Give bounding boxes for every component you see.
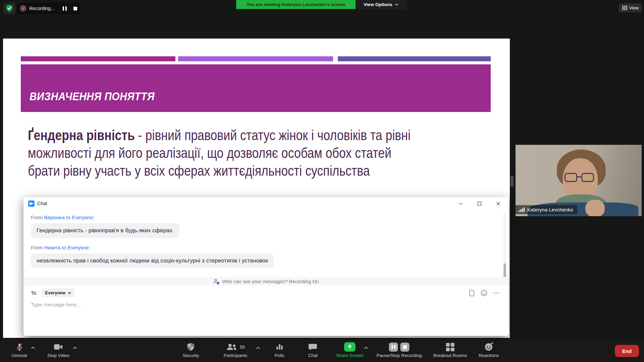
- message-bubble: незалежність прав і свобод кожної людини…: [31, 253, 274, 268]
- pause-recording-button[interactable]: [60, 3, 69, 14]
- record-dot-icon: [20, 5, 26, 11]
- stop-icon: [73, 7, 77, 10]
- chat-message: From Никита to Everyone: незалежність пр…: [31, 245, 274, 275]
- reactions-button[interactable]: + Reactions: [479, 342, 499, 358]
- viewing-banner: You are viewing Kateryna Levchenko's scr…: [236, 0, 356, 9]
- maximize-icon: [477, 201, 482, 206]
- more-options-icon[interactable]: [493, 290, 499, 296]
- sender-name: Вероніка: [44, 215, 65, 220]
- emoji-icon[interactable]: [481, 290, 487, 296]
- viewing-banner-text: You are viewing Kateryna Levchenko's scr…: [246, 2, 345, 7]
- breakout-rooms-icon: [446, 343, 454, 351]
- slide-title-box: ВИЗНАЧЕННЯ ПОНЯТТЯ: [21, 64, 491, 112]
- file-icon[interactable]: [469, 290, 475, 296]
- recording-indicator: Recording...: [17, 3, 59, 14]
- chat-titlebar: Chat: [23, 197, 509, 210]
- recording-label: Recording...: [29, 6, 54, 11]
- chat-bubble-icon: [309, 343, 317, 351]
- view-options-button[interactable]: View Options: [356, 0, 407, 9]
- participants-icon: [226, 343, 237, 351]
- reactions-icon: +: [485, 343, 492, 351]
- slide-term: Ґендерна рівність: [28, 127, 135, 143]
- polls-icon: [275, 343, 283, 351]
- participants-count: 55: [240, 345, 245, 350]
- view-button[interactable]: View: [619, 3, 642, 12]
- share-options-caret[interactable]: [364, 347, 368, 349]
- slide-accent-bar-indigo: [338, 56, 491, 61]
- chat-message-list: From Вероніка to Everyone: Гендерна рівн…: [31, 215, 274, 275]
- stop-video-button[interactable]: Stop Video: [47, 342, 69, 358]
- slide-accent-bar-magenta: [21, 56, 175, 61]
- chat-window-controls: [451, 197, 507, 210]
- zoom-camera-icon: [28, 200, 35, 207]
- glasses: [565, 173, 577, 182]
- to-label: To:: [31, 290, 37, 296]
- video-options-caret[interactable]: [73, 347, 77, 349]
- view-options-label: View Options: [364, 2, 392, 7]
- participants-options-caret[interactable]: [256, 347, 260, 349]
- recipient-selector[interactable]: Everyone: [42, 288, 74, 297]
- security-button[interactable]: Security: [183, 342, 199, 358]
- panel-resize-handle[interactable]: [511, 176, 513, 186]
- breakout-rooms-button[interactable]: Breakout Rooms: [433, 342, 467, 358]
- slide-accent-bar-purple: [178, 56, 333, 61]
- stop-recording-button[interactable]: [70, 3, 80, 14]
- stop-recording-icon: [400, 343, 410, 352]
- pause-icon: [63, 6, 67, 11]
- recording-controls: Recording...: [17, 3, 80, 14]
- participant-video[interactable]: Kateryna Levchenko: [516, 145, 642, 216]
- slide-title: ВИЗНАЧЕННЯ ПОНЯТТЯ: [30, 90, 155, 103]
- connection-signal-icon: [519, 207, 525, 212]
- view-button-label: View: [629, 5, 639, 10]
- video-camera-icon: [53, 343, 63, 351]
- person-shield-icon: [213, 279, 220, 285]
- participant-name-tag: Kateryna Levchenko: [516, 205, 577, 214]
- privacy-notice-text: Who can see your messages? Recording On: [222, 279, 319, 284]
- share-screen-icon: [344, 342, 356, 352]
- chat-button[interactable]: Chat: [308, 342, 318, 358]
- privacy-notice-bar: Who can see your messages? Recording On: [23, 277, 509, 286]
- unmute-options-caret[interactable]: [31, 347, 35, 349]
- message-header: From Вероніка to Everyone:: [31, 215, 274, 220]
- chat-window-title: Chat: [37, 201, 47, 206]
- sender-name: Никита: [44, 245, 60, 250]
- pause-recording-icon: [389, 343, 398, 352]
- shield-check-icon: [6, 4, 13, 12]
- maximize-button[interactable]: [470, 197, 489, 210]
- security-shield-icon: [187, 343, 195, 351]
- chevron-down-icon: [68, 292, 71, 294]
- pause-stop-recording-button[interactable]: Pause/Stop Recording: [376, 342, 422, 358]
- participant-name: Kateryna Levchenko: [527, 207, 573, 213]
- chat-window: Chat From Вероніка to Everyone: Гендерна…: [23, 197, 509, 336]
- participants-button[interactable]: 55 Participants: [224, 342, 248, 358]
- chat-scrollbar-track[interactable]: [503, 213, 506, 281]
- microphone-muted-icon: [15, 343, 24, 351]
- minimize-icon: [459, 201, 463, 206]
- chat-message-input[interactable]: Type message here...: [31, 302, 165, 308]
- meeting-security-shield: [3, 2, 15, 14]
- grid-view-icon: [622, 6, 627, 10]
- recipient-selected-label: Everyone: [45, 290, 65, 295]
- share-screen-button[interactable]: Share Screen: [336, 342, 364, 358]
- minimize-button[interactable]: [451, 197, 470, 210]
- close-icon: [496, 201, 500, 206]
- chat-message: From Вероніка to Everyone: Гендерна рівн…: [31, 215, 274, 245]
- close-button[interactable]: [489, 197, 507, 210]
- meeting-toolbar: Unmute Stop Video Security: [0, 339, 644, 362]
- slide-body-text: Ґендерна рівність - рівний правовий стат…: [28, 126, 411, 180]
- unmute-button[interactable]: Unmute: [11, 342, 27, 358]
- polls-button[interactable]: Polls: [274, 342, 284, 358]
- chevron-down-icon: [395, 3, 398, 6]
- message-header: From Никита to Everyone:: [31, 245, 274, 250]
- message-bubble: Гендерна рівність - рівноправ'я в будь-я…: [31, 223, 179, 238]
- recipient-name: Everyone:: [67, 245, 90, 250]
- recipient-name: Everyone:: [72, 215, 95, 220]
- end-meeting-button[interactable]: End: [615, 345, 639, 357]
